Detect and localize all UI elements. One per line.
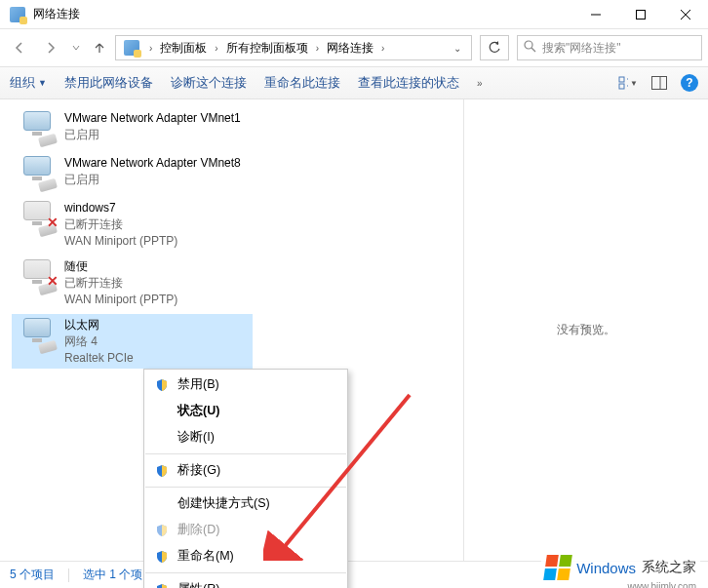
context-properties[interactable]: 属性(R) — [144, 576, 347, 588]
shield-icon — [154, 463, 170, 479]
adapter-item-vmnet1[interactable]: VMware Network Adapter VMnet1 已启用 — [12, 107, 463, 148]
adapter-name: windows7 — [64, 200, 177, 216]
forward-button[interactable] — [37, 34, 64, 61]
shield-icon — [154, 523, 170, 538]
adapter-item-windows7[interactable]: windows7 已断开连接 WAN Miniport (PPTP) — [12, 197, 463, 252]
shield-icon — [154, 582, 170, 589]
network-adapter-icon — [16, 109, 59, 146]
watermark-sub: 系统之家 — [642, 559, 696, 576]
adapter-device: Realtek PCIe — [64, 350, 134, 367]
maximize-button[interactable] — [618, 0, 663, 29]
item-count: 5 个项目 — [10, 567, 55, 583]
context-rename[interactable]: 重命名(M) — [144, 543, 347, 569]
view-options-button[interactable]: ▼ — [618, 73, 638, 93]
chevron-right-icon[interactable]: › — [310, 43, 325, 54]
view-status-button[interactable]: 查看此连接的状态 — [358, 75, 459, 92]
window-controls — [573, 0, 708, 29]
svg-rect-7 — [619, 84, 624, 89]
adapter-name: 以太网 — [64, 317, 134, 333]
svg-point-4 — [525, 41, 532, 49]
window-title: 网络连接 — [33, 6, 573, 22]
refresh-button[interactable] — [480, 35, 509, 60]
watermark-brand: Windows — [576, 560, 636, 576]
context-diagnose[interactable]: 诊断(I) — [144, 424, 347, 451]
navbar: › 控制面板 › 所有控制面板项 › 网络连接 › ⌄ 搜索"网络连接" — [0, 29, 708, 66]
context-disable[interactable]: 禁用(B) — [144, 372, 347, 398]
overflow-chevron[interactable]: » — [477, 78, 483, 89]
svg-rect-6 — [619, 77, 624, 82]
adapter-item-random[interactable]: 随便 已断开连接 WAN Miniport (PPTP) — [12, 255, 463, 310]
titlebar: 网络连接 — [0, 0, 708, 29]
watermark-url: www.bjjmlv.com — [628, 581, 696, 588]
help-button[interactable]: ? — [681, 74, 698, 92]
breadcrumb[interactable]: 网络连接 — [325, 40, 375, 57]
app-icon — [10, 7, 25, 22]
network-adapter-icon — [16, 316, 59, 353]
chevron-right-icon[interactable]: › — [375, 43, 390, 54]
network-adapter-disconnected-icon — [16, 257, 59, 294]
svg-rect-1 — [637, 10, 646, 19]
adapter-status: 已启用 — [64, 172, 241, 188]
minimize-button[interactable] — [573, 0, 618, 29]
adapter-item-vmnet8[interactable]: VMware Network Adapter VMnet8 已启用 — [12, 152, 463, 193]
context-separator — [145, 487, 346, 488]
up-button[interactable] — [88, 34, 111, 61]
address-bar[interactable]: › 控制面板 › 所有控制面板项 › 网络连接 › ⌄ — [115, 35, 472, 60]
context-menu: 禁用(B) 状态(U) 诊断(I) 桥接(G) 创建快捷方式(S) 删除(D) … — [143, 369, 348, 588]
search-placeholder: 搜索"网络连接" — [542, 40, 621, 57]
toolbar: 组织▼ 禁用此网络设备 诊断这个连接 重命名此连接 查看此连接的状态 » ▼ ? — [0, 66, 708, 99]
status-separator — [68, 568, 69, 582]
close-button[interactable] — [663, 0, 708, 29]
address-dropdown[interactable]: ⌄ — [448, 43, 467, 54]
context-create-shortcut[interactable]: 创建快捷方式(S) — [144, 490, 347, 517]
adapter-status: 已断开连接 — [64, 275, 177, 292]
adapter-device: WAN Miniport (PPTP) — [64, 292, 177, 308]
adapter-status: 已断开连接 — [64, 216, 177, 233]
back-button[interactable] — [6, 34, 33, 61]
context-bridge[interactable]: 桥接(G) — [144, 457, 347, 484]
preview-pane: 没有预览。 — [463, 99, 708, 561]
preview-empty-text: 没有预览。 — [557, 322, 615, 338]
location-icon — [124, 40, 139, 56]
network-adapter-disconnected-icon — [16, 199, 59, 236]
context-status[interactable]: 状态(U) — [144, 398, 347, 424]
shield-icon — [154, 549, 170, 565]
history-dropdown[interactable] — [68, 34, 84, 61]
adapter-name: VMware Network Adapter VMnet8 — [64, 155, 241, 172]
chevron-right-icon[interactable]: › — [143, 43, 158, 54]
preview-pane-toggle[interactable] — [649, 73, 669, 93]
search-input[interactable]: 搜索"网络连接" — [517, 35, 702, 60]
adapter-device: WAN Miniport (PPTP) — [64, 233, 177, 250]
context-separator — [145, 572, 346, 573]
network-adapter-icon — [16, 154, 59, 191]
svg-rect-10 — [652, 77, 667, 90]
adapter-item-ethernet[interactable]: 以太网 网络 4 Realtek PCIe — [12, 314, 253, 369]
rename-connection-button[interactable]: 重命名此连接 — [264, 75, 340, 92]
windows-logo-icon — [543, 555, 572, 580]
context-separator — [145, 453, 346, 454]
search-icon — [524, 40, 536, 56]
adapter-name: 随便 — [64, 258, 177, 275]
organize-menu[interactable]: 组织▼ — [10, 75, 47, 92]
diagnose-button[interactable]: 诊断这个连接 — [171, 75, 247, 92]
breadcrumb[interactable]: 所有控制面板项 — [224, 40, 310, 57]
watermark: Windows 系统之家 www.bjjmlv.com — [541, 553, 700, 582]
adapter-name: VMware Network Adapter VMnet1 — [64, 110, 241, 127]
shield-icon — [154, 377, 170, 393]
chevron-right-icon[interactable]: › — [209, 43, 223, 54]
disable-device-button[interactable]: 禁用此网络设备 — [64, 75, 153, 92]
adapter-status: 已启用 — [64, 127, 241, 143]
breadcrumb[interactable]: 控制面板 — [158, 40, 209, 57]
context-delete[interactable]: 删除(D) — [144, 517, 347, 543]
svg-line-5 — [531, 48, 535, 52]
content-area: VMware Network Adapter VMnet1 已启用 VMware… — [0, 99, 708, 561]
adapter-status: 网络 4 — [64, 333, 134, 350]
